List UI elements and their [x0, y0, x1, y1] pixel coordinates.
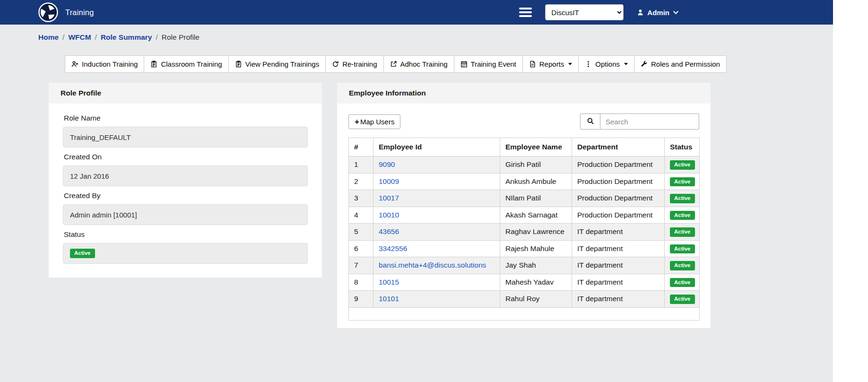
row-number: 9 — [349, 291, 373, 308]
employee-name-cell: Akash Sarnagat — [500, 207, 572, 224]
row-number: 4 — [349, 207, 373, 224]
column-header-employee-id: Employee Id — [373, 138, 500, 156]
employee-info-title: Employee Information — [337, 83, 711, 104]
field-label-created-on: Created On — [64, 153, 308, 161]
field-value-created-on: 12 Jan 2016 — [63, 165, 308, 186]
employee-name-cell: Ankush Ambule — [500, 173, 572, 190]
toolbar-button-training-event[interactable]: Training Event — [454, 55, 523, 73]
field-value-created-by: Admin admin [10001] — [63, 204, 308, 225]
toolbar-button-roles-and-permission[interactable]: Roles and Permission — [634, 55, 727, 73]
clipboard-icon — [150, 61, 157, 68]
row-number: 7 — [349, 257, 373, 274]
employee-id-cell: 10101 — [373, 291, 500, 308]
status-badge: Active — [670, 160, 695, 170]
employee-id-link[interactable]: 10017 — [379, 194, 399, 202]
employee-id-link[interactable]: bansi.mehta+4@discus.solutions — [379, 261, 486, 269]
breadcrumb-separator: / — [156, 33, 157, 42]
toolbar-button-induction-training[interactable]: Induction Training — [65, 55, 144, 73]
table-row: 310017NIlam PatilProduction DepartmentAc… — [349, 190, 700, 207]
department-cell: IT department — [572, 274, 665, 291]
status-badge: Active — [670, 278, 695, 287]
toolbar: Induction TrainingClassroom TrainingView… — [65, 55, 833, 73]
employee-name-cell: Rahul Roy — [500, 291, 572, 308]
status-cell: Active — [665, 190, 700, 207]
page: Training DiscusIT Admin — [0, 0, 833, 382]
breadcrumb-link-wfcm[interactable]: WFCM — [68, 33, 91, 42]
clipboard-icon — [235, 61, 242, 68]
map-users-button[interactable]: +Map Users — [348, 114, 400, 129]
employee-id-cell: bansi.mehta+4@discus.solutions — [373, 257, 500, 274]
employee-name-cell: Mahesh Yadav — [500, 274, 572, 291]
row-number: 6 — [349, 240, 373, 257]
row-number: 3 — [349, 190, 373, 207]
toolbar-button-adhoc-training[interactable]: Adhoc Training — [383, 55, 454, 73]
department-cell: Production Department — [572, 156, 665, 174]
employee-name-cell: Jay Shah — [500, 257, 572, 274]
table-row: 910101Rahul RoyIT departmentActive — [349, 291, 700, 308]
department-cell: IT department — [572, 291, 665, 308]
row-number: 2 — [349, 173, 373, 190]
department-cell: Production Department — [572, 207, 665, 224]
breadcrumb-link-role-summary[interactable]: Role Summary — [101, 33, 152, 42]
department-cell: IT department — [572, 257, 665, 274]
status-cell: Active — [665, 240, 700, 257]
employee-id-cell: 43656 — [373, 224, 500, 241]
wrench-icon — [641, 61, 648, 68]
column-header--: # — [349, 138, 373, 156]
role-profile-panel: Role Profile Role NameTraining_DEFAULTCr… — [49, 83, 322, 278]
toolbar-button-view-pending-trainings[interactable]: View Pending Trainings — [228, 55, 326, 73]
toolbar-button-label: Classroom Training — [161, 60, 222, 68]
chevron-down-icon — [624, 63, 628, 65]
toolbar-button-re-training[interactable]: Re-training — [325, 55, 383, 73]
department-cell: IT department — [572, 224, 665, 241]
status-cell: Active — [665, 274, 700, 291]
hamburger-menu-icon[interactable] — [519, 8, 532, 17]
breadcrumb-link-home[interactable]: Home — [38, 33, 59, 42]
search-input[interactable] — [600, 113, 699, 130]
employee-id-link[interactable]: 10009 — [379, 177, 399, 185]
user-menu[interactable]: Admin — [637, 9, 679, 17]
table-row: 543656Raghav LawrenceIT departmentActive — [349, 224, 700, 241]
status-cell: Active — [665, 207, 700, 224]
status-badge: Active — [70, 249, 95, 258]
employee-id-cell: 10015 — [373, 274, 500, 291]
employee-id-link[interactable]: 10010 — [379, 211, 399, 219]
calendar-icon — [460, 61, 468, 68]
employee-id-link[interactable]: 10101 — [379, 295, 399, 303]
app-title: Training — [65, 8, 94, 17]
table-footer-row — [349, 307, 700, 320]
employee-id-link[interactable]: 43656 — [379, 227, 399, 235]
toolbar-button-label: Re-training — [342, 60, 377, 68]
table-row: 810015Mahesh YadavIT departmentActive — [349, 274, 700, 291]
employee-info-panel: Employee Information +Map Users — [337, 83, 711, 328]
employee-table-head-row: #Employee IdEmployee NameDepartmentStatu… — [349, 138, 700, 156]
breadcrumb: Home / WFCM / Role Summary / Role Profil… — [38, 33, 833, 42]
company-select[interactable]: DiscusIT — [545, 4, 624, 20]
department-cell: Production Department — [572, 190, 665, 207]
employee-name-cell: Girish Patil — [500, 156, 572, 174]
toolbar-button-options[interactable]: Options — [578, 55, 634, 73]
search-group — [580, 113, 699, 130]
employee-id-cell: 9090 — [373, 156, 500, 174]
toolbar-button-label: Training Event — [471, 60, 516, 68]
employee-id-link[interactable]: 9090 — [379, 160, 395, 168]
row-number: 5 — [349, 224, 373, 241]
status-badge: Active — [670, 244, 695, 254]
toolbar-button-reports[interactable]: Reports — [522, 55, 579, 73]
role-profile-title: Role Profile — [49, 83, 322, 104]
chevron-down-icon — [673, 9, 679, 16]
breadcrumb-separator: / — [62, 33, 64, 42]
employee-id-link[interactable]: 3342556 — [379, 244, 407, 252]
toolbar-button-classroom-training[interactable]: Classroom Training — [144, 55, 228, 73]
status-badge: Active — [670, 211, 695, 220]
employee-name-cell: NIlam Patil — [500, 190, 572, 207]
search-button[interactable] — [580, 113, 600, 130]
employee-id-link[interactable]: 10015 — [379, 278, 399, 286]
status-cell: Active — [665, 224, 700, 241]
field-value-role-name: Training_DEFAULT — [63, 127, 308, 148]
row-number: 8 — [349, 274, 373, 291]
employee-table: #Employee IdEmployee NameDepartmentStatu… — [348, 138, 700, 321]
status-badge: Active — [670, 177, 695, 187]
field-value-status: Active — [63, 243, 308, 264]
row-number: 1 — [349, 156, 373, 174]
